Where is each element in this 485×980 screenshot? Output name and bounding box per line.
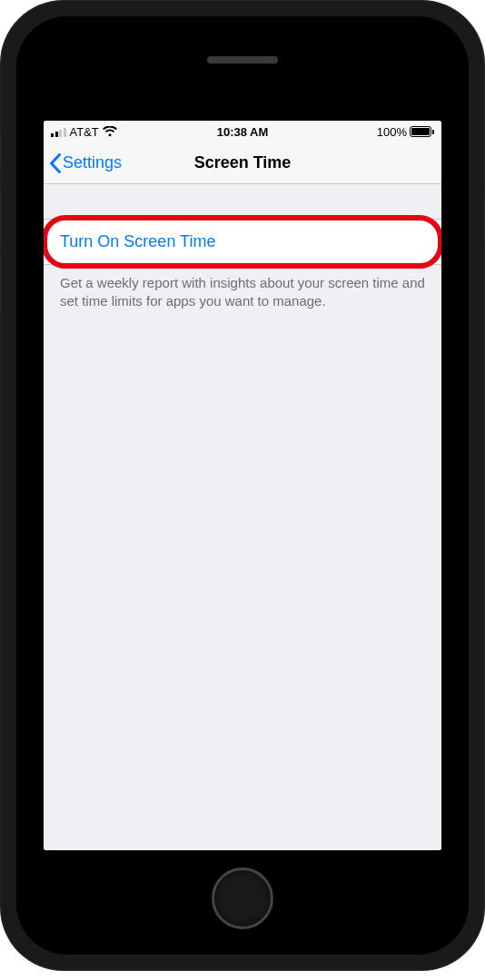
battery-icon	[410, 126, 434, 137]
wifi-icon	[103, 126, 117, 137]
speaker-grille	[207, 56, 278, 64]
cellular-signal-icon	[51, 127, 66, 137]
back-button[interactable]: Settings	[49, 153, 122, 173]
navigation-bar: Settings Screen Time	[44, 142, 441, 184]
phone-frame: AT&T 10:38 AM 100%	[0, 0, 485, 971]
volume-up-button	[0, 191, 1, 243]
status-bar: AT&T 10:38 AM 100%	[44, 121, 441, 142]
content-area: Turn On Screen Time Get a weekly report …	[44, 184, 441, 850]
volume-down-button	[0, 256, 1, 309]
battery-percent: 100%	[377, 125, 407, 139]
chevron-left-icon	[49, 153, 61, 173]
status-time: 10:38 AM	[217, 125, 269, 139]
phone-bezel: AT&T 10:38 AM 100%	[16, 16, 469, 955]
screen: AT&T 10:38 AM 100%	[44, 121, 441, 850]
description-text: Get a weekly report with insights about …	[44, 265, 441, 320]
carrier-label: AT&T	[70, 125, 99, 139]
page-title: Screen Time	[194, 153, 292, 172]
turn-on-screen-time-button[interactable]: Turn On Screen Time	[44, 219, 441, 265]
home-button[interactable]	[212, 867, 273, 929]
turn-on-label: Turn On Screen Time	[60, 232, 215, 250]
back-label: Settings	[63, 153, 122, 172]
settings-group: Turn On Screen Time	[44, 219, 441, 265]
mute-switch	[0, 136, 1, 167]
